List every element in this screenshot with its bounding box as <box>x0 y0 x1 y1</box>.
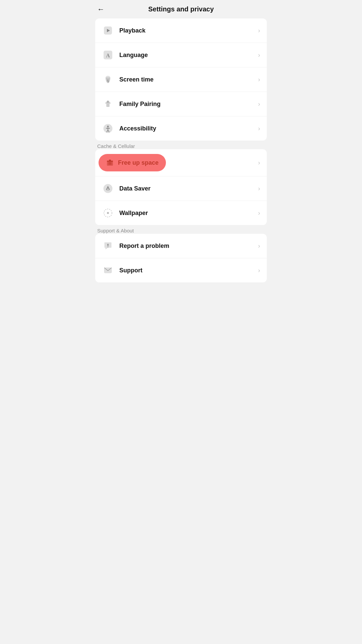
family-pairing-item[interactable]: Family Pairing › <box>95 92 267 116</box>
trash-icon <box>106 159 114 167</box>
family-pairing-label: Family Pairing <box>119 101 258 108</box>
data-saver-chevron: › <box>258 185 260 192</box>
accessibility-chevron: › <box>258 125 260 132</box>
language-chevron: › <box>258 52 260 59</box>
report-problem-item[interactable]: Report a problem › <box>95 234 267 258</box>
language-icon: A <box>102 49 114 61</box>
family-pairing-chevron: › <box>258 101 260 108</box>
svg-rect-16 <box>109 160 111 161</box>
report-icon <box>102 240 114 252</box>
accessibility-icon <box>102 122 114 135</box>
language-item[interactable]: A Language › <box>95 43 267 67</box>
free-up-space-label: Free up space <box>118 159 159 166</box>
back-button[interactable]: ← <box>97 5 105 14</box>
screen-time-item[interactable]: Screen time › <box>95 67 267 92</box>
playback-label: Playback <box>119 27 258 34</box>
playback-icon <box>102 24 114 37</box>
svg-rect-15 <box>107 161 113 162</box>
report-problem-chevron: › <box>258 243 260 250</box>
screen-time-icon <box>102 73 114 86</box>
wallpaper-chevron: › <box>258 210 260 217</box>
accessibility-label: Accessibility <box>119 125 258 132</box>
playback-item[interactable]: Playback › <box>95 18 267 43</box>
svg-rect-26 <box>107 247 109 247</box>
screen-time-label: Screen time <box>119 76 258 83</box>
accessibility-item[interactable]: Accessibility › <box>95 116 267 141</box>
header: ← Settings and privacy <box>90 0 272 18</box>
support-item[interactable]: Support › <box>95 258 267 282</box>
wallpaper-label: Wallpaper <box>119 210 258 217</box>
support-section: Report a problem › Support › <box>95 234 267 282</box>
screen-time-chevron: › <box>258 76 260 83</box>
data-saver-item[interactable]: Data Saver › <box>95 176 267 201</box>
svg-point-9 <box>107 126 109 127</box>
support-icon <box>102 264 114 276</box>
svg-text:A: A <box>106 53 110 58</box>
cache-section: Free up space › Data Saver › Wallpaper › <box>95 149 267 225</box>
svg-rect-25 <box>107 244 109 246</box>
wallpaper-icon <box>102 207 114 219</box>
page-title: Settings and privacy <box>97 5 265 13</box>
wallpaper-item[interactable]: Wallpaper › <box>95 201 267 225</box>
support-chevron: › <box>258 267 260 274</box>
playback-chevron: › <box>258 27 260 34</box>
svg-point-24 <box>107 212 109 214</box>
data-saver-label: Data Saver <box>119 185 258 192</box>
language-label: Language <box>119 52 258 59</box>
free-up-space-chevron: › <box>258 159 260 166</box>
family-icon <box>102 98 114 110</box>
support-label: Support <box>119 267 258 274</box>
general-section: Playback › A Language › Screen time › <box>95 18 267 141</box>
datasaver-icon <box>102 182 114 195</box>
free-up-space-item[interactable]: Free up space › <box>95 149 267 176</box>
svg-point-7 <box>107 101 109 103</box>
report-problem-label: Report a problem <box>119 243 258 250</box>
